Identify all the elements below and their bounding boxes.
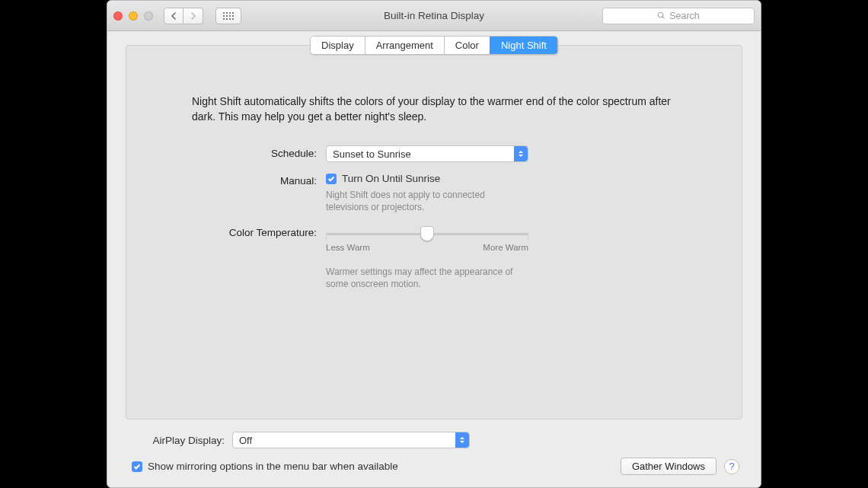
manual-label: Manual: xyxy=(192,173,326,187)
schedule-value: Sunset to Sunrise xyxy=(333,148,411,160)
schedule-select[interactable]: Sunset to Sunrise xyxy=(326,145,528,162)
preferences-window: Built-in Retina Display Search Display A… xyxy=(107,0,761,488)
slider-min-label: Less Warm xyxy=(326,243,370,252)
minimize-window-button[interactable] xyxy=(129,11,138,21)
titlebar: Built-in Retina Display Search xyxy=(107,1,761,31)
manual-checkbox-label: Turn On Until Sunrise xyxy=(342,173,440,184)
grid-icon xyxy=(223,12,234,20)
tab-bar: Display Arrangement Color Night Shift xyxy=(310,36,558,55)
chevron-left-icon xyxy=(171,12,177,20)
mirroring-checkbox[interactable]: Show mirroring options in the menu bar w… xyxy=(132,461,398,472)
slider-tick xyxy=(528,237,528,241)
intro-text: Night Shift automatically shifts the col… xyxy=(192,94,681,124)
checkmark-icon xyxy=(326,174,337,184)
slider-knob[interactable] xyxy=(420,226,434,241)
checkmark-icon xyxy=(132,461,142,472)
tab-night-shift[interactable]: Night Shift xyxy=(490,37,557,54)
color-temp-label: Color Temperature: xyxy=(192,225,326,238)
slider-max-label: More Warm xyxy=(483,243,528,252)
color-temp-hint: Warmer settings may affect the appearanc… xyxy=(326,266,528,290)
forward-button[interactable] xyxy=(183,8,203,24)
back-button[interactable] xyxy=(164,8,183,24)
footer: AirPlay Display: Off Show mirroring opti… xyxy=(126,419,742,480)
search-field[interactable]: Search xyxy=(602,8,755,24)
settings-panel: Display Arrangement Color Night Shift Ni… xyxy=(126,45,742,419)
search-placeholder: Search xyxy=(669,11,700,21)
airplay-value: Off xyxy=(239,435,252,446)
help-button[interactable]: ? xyxy=(724,459,739,474)
airplay-select[interactable]: Off xyxy=(232,432,470,448)
mirroring-checkbox-label: Show mirroring options in the menu bar w… xyxy=(148,461,398,472)
nav-button-group xyxy=(164,8,203,24)
gather-windows-button[interactable]: Gather Windows xyxy=(621,458,716,475)
tab-display[interactable]: Display xyxy=(311,37,365,54)
chevron-right-icon xyxy=(190,12,196,20)
show-all-button[interactable] xyxy=(215,8,241,24)
airplay-label: AirPlay Display: xyxy=(129,435,232,446)
tab-color[interactable]: Color xyxy=(444,37,490,54)
updown-arrows-icon xyxy=(455,432,469,448)
zoom-window-button[interactable] xyxy=(144,11,153,21)
window-traffic-lights xyxy=(113,11,153,21)
color-temp-slider[interactable] xyxy=(326,226,528,241)
slider-tick xyxy=(326,237,327,241)
manual-hint: Night Shift does not apply to connected … xyxy=(326,189,528,213)
tab-arrangement[interactable]: Arrangement xyxy=(365,37,444,54)
manual-checkbox[interactable]: Turn On Until Sunrise xyxy=(326,173,676,184)
schedule-label: Schedule: xyxy=(192,145,326,159)
updown-arrows-icon xyxy=(514,146,528,161)
close-window-button[interactable] xyxy=(113,11,123,21)
search-icon xyxy=(657,11,665,20)
